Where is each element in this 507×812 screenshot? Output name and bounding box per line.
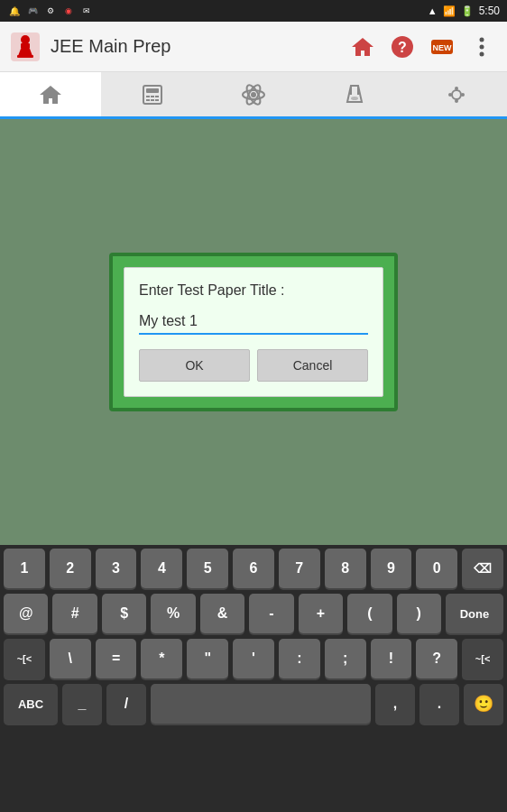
svg-rect-18 bbox=[155, 96, 159, 97]
app-title: JEE Main Prep bbox=[51, 36, 345, 57]
status-bar: 🔔 🎮 ⚙ ◉ ✉ ▲ 📶 🔋 5:50 bbox=[0, 0, 507, 22]
keyboard-row-more-symbols: ~[< \ = * " ' : ; ! ? ~[< bbox=[4, 639, 503, 678]
key-0[interactable]: 0 bbox=[416, 549, 457, 588]
notification-icon-2: 🎮 bbox=[25, 4, 40, 18]
app-logo bbox=[7, 29, 43, 65]
help-icon: ? bbox=[390, 34, 415, 60]
key-question[interactable]: ? bbox=[416, 639, 457, 678]
dialog-inner: Enter Test Paper Title : OK Cancel bbox=[124, 267, 383, 397]
key-tilde-bracket[interactable]: ~[< bbox=[4, 639, 45, 678]
svg-rect-4 bbox=[17, 55, 33, 58]
key-1[interactable]: 1 bbox=[4, 549, 45, 588]
keyboard-area: 1 2 3 4 5 6 7 8 9 0 ⌫ @ # $ % & - + ( ) … bbox=[0, 545, 507, 812]
more-icon bbox=[479, 36, 484, 58]
tab-home-icon bbox=[38, 82, 63, 107]
tab-calculator[interactable] bbox=[101, 72, 202, 116]
app-bar: JEE Main Prep ? NEW bbox=[0, 22, 507, 72]
keyboard-rows: 1 2 3 4 5 6 7 8 9 0 ⌫ @ # $ % & - + ( ) … bbox=[0, 545, 507, 724]
key-percent[interactable]: % bbox=[151, 594, 195, 633]
key-underscore[interactable]: _ bbox=[62, 684, 102, 724]
key-close-paren[interactable]: ) bbox=[397, 594, 441, 633]
key-equals[interactable]: = bbox=[96, 639, 137, 678]
key-7[interactable]: 7 bbox=[279, 549, 320, 588]
svg-point-10 bbox=[480, 37, 484, 42]
svg-rect-21 bbox=[155, 99, 159, 101]
key-squote[interactable]: ' bbox=[233, 639, 274, 678]
dialog-buttons: OK Cancel bbox=[139, 349, 368, 382]
key-plus[interactable]: + bbox=[299, 594, 343, 633]
tab-home[interactable] bbox=[0, 72, 101, 116]
tab-settings-icon bbox=[444, 82, 469, 107]
key-dollar[interactable]: $ bbox=[102, 594, 146, 633]
key-3[interactable]: 3 bbox=[96, 549, 137, 588]
dialog-title: Enter Test Paper Title : bbox=[139, 282, 368, 299]
tab-more[interactable] bbox=[406, 72, 507, 116]
tab-bar bbox=[0, 72, 507, 119]
notification-icon-5: ✉ bbox=[79, 4, 94, 18]
key-asterisk[interactable]: * bbox=[141, 639, 182, 678]
svg-point-33 bbox=[448, 93, 452, 97]
key-slash[interactable]: / bbox=[106, 684, 146, 724]
svg-point-11 bbox=[480, 44, 484, 49]
key-4[interactable]: 4 bbox=[141, 549, 182, 588]
tab-flask-icon bbox=[342, 82, 367, 107]
key-minus[interactable]: - bbox=[249, 594, 293, 633]
svg-rect-20 bbox=[151, 99, 154, 101]
key-colon[interactable]: : bbox=[279, 639, 320, 678]
tab-calculator-icon bbox=[140, 82, 165, 107]
key-dquote[interactable]: " bbox=[187, 639, 228, 678]
tab-atom-icon bbox=[241, 82, 266, 107]
svg-point-32 bbox=[455, 99, 458, 103]
svg-marker-5 bbox=[352, 38, 373, 56]
svg-rect-2 bbox=[21, 43, 30, 49]
key-comma[interactable]: , bbox=[375, 684, 415, 724]
tab-chemistry[interactable] bbox=[304, 72, 405, 116]
app-bar-actions: ? NEW bbox=[345, 29, 500, 65]
home-action-button[interactable] bbox=[345, 29, 381, 65]
key-open-paren[interactable]: ( bbox=[347, 594, 392, 633]
new-action-button[interactable]: NEW bbox=[424, 29, 460, 65]
svg-point-25 bbox=[251, 92, 256, 97]
wifi-icon: ▲ bbox=[428, 5, 438, 16]
signal-icon: 📶 bbox=[443, 5, 456, 17]
dialog-cancel-button[interactable]: Cancel bbox=[257, 349, 368, 382]
svg-point-1 bbox=[21, 35, 30, 44]
notification-icon-3: ⚙ bbox=[43, 4, 58, 18]
key-abc[interactable]: ABC bbox=[4, 684, 58, 724]
key-space[interactable] bbox=[151, 684, 371, 724]
svg-point-34 bbox=[461, 93, 465, 97]
svg-rect-15 bbox=[146, 88, 159, 93]
keyboard-row-numbers: 1 2 3 4 5 6 7 8 9 0 ⌫ bbox=[4, 549, 503, 588]
key-2[interactable]: 2 bbox=[50, 549, 91, 588]
tab-physics[interactable] bbox=[203, 72, 304, 116]
key-at[interactable]: @ bbox=[4, 594, 48, 633]
key-period[interactable]: . bbox=[419, 684, 459, 724]
more-action-button[interactable] bbox=[464, 29, 500, 65]
key-5[interactable]: 5 bbox=[187, 549, 228, 588]
key-emoji[interactable]: 🙂 bbox=[464, 684, 503, 724]
key-backspace[interactable]: ⌫ bbox=[462, 549, 503, 588]
key-8[interactable]: 8 bbox=[325, 549, 366, 588]
key-backslash[interactable]: \ bbox=[50, 639, 91, 678]
test-paper-title-input[interactable] bbox=[139, 309, 368, 333]
time-display: 5:50 bbox=[479, 5, 500, 17]
key-exclaim[interactable]: ! bbox=[371, 639, 412, 678]
key-ampersand[interactable]: & bbox=[200, 594, 244, 633]
svg-point-31 bbox=[455, 87, 458, 90]
key-semicolon[interactable]: ; bbox=[325, 639, 366, 678]
svg-point-29 bbox=[351, 97, 358, 100]
battery-icon: 🔋 bbox=[461, 5, 474, 17]
dialog-ok-button[interactable]: OK bbox=[139, 349, 250, 382]
key-hash[interactable]: # bbox=[52, 594, 97, 633]
help-action-button[interactable]: ? bbox=[384, 29, 420, 65]
key-done[interactable]: Done bbox=[446, 594, 503, 633]
key-6[interactable]: 6 bbox=[233, 549, 274, 588]
dialog-container: Enter Test Paper Title : OK Cancel bbox=[109, 253, 398, 411]
svg-text:NEW: NEW bbox=[433, 43, 453, 52]
app-icon-svg bbox=[9, 31, 41, 63]
key-tilde-bracket-2[interactable]: ~[< bbox=[462, 639, 503, 678]
notification-icon-4: ◉ bbox=[61, 4, 76, 18]
key-9[interactable]: 9 bbox=[371, 549, 412, 588]
svg-rect-17 bbox=[151, 96, 154, 97]
svg-point-12 bbox=[480, 51, 484, 56]
